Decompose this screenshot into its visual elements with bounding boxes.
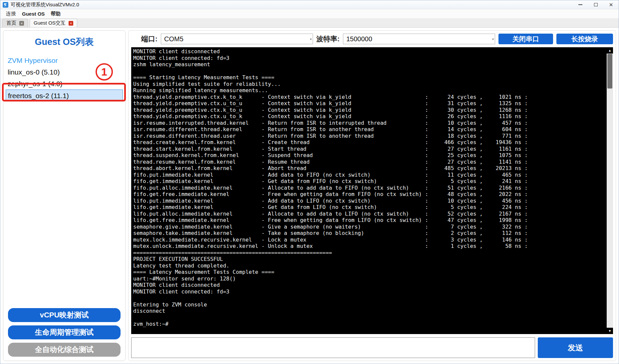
tab-close-icon[interactable]: × (19, 21, 24, 26)
terminal-line: semaphore.take.immediate.kernel- Take a … (133, 230, 607, 237)
menu-bar: 连接 Guest OS 帮助 (0, 9, 619, 18)
window-title: 可视化管理系统VisualZVMv2.0 (11, 2, 79, 8)
send-button[interactable]: 发送 (538, 337, 613, 358)
baud-select[interactable]: 1500000 ▾ (343, 34, 495, 44)
terminal-line: isr.resume.different.thread.kernel- Retu… (133, 126, 607, 133)
close-icon: × (609, 1, 613, 8)
terminal-line: mutex.unlock.immediate.recursive.kernel-… (133, 243, 607, 250)
terminal-scrollbar[interactable]: ▲ ▼ (607, 47, 613, 334)
annotation-number-circle: 1 (96, 63, 113, 81)
terminal-line: PROJECT EXECUTION SUCCESSFUL (133, 256, 607, 263)
terminal-line: thread.start.kernel.from.kernel- Start t… (133, 146, 607, 152)
terminal-line: Using simplified test suite for reliabil… (133, 81, 607, 88)
terminal-line: zvm_host:~# (133, 321, 607, 327)
terminal-line: semaphore.give.immediate.kernel- Give a … (133, 224, 607, 230)
terminal-line: thread.abort.kernel.from.kernel- Abort t… (133, 165, 607, 172)
sidebar-test-buttons: vCPU映射测试 生命周期管理测试 全自动化综合测试 (8, 305, 121, 357)
scroll-down-icon[interactable]: ▼ (607, 328, 613, 334)
terminal-line: Entering to ZVM console (133, 301, 607, 308)
terminal-line: fifo.get.immediate.kernel- Get data from… (133, 178, 607, 185)
terminal-line: fifo.put.immediate.kernel- Add data to F… (133, 172, 607, 178)
terminal-output[interactable]: MONITOR client disconnectedMONITOR clien… (131, 47, 607, 334)
menu-item-connect[interactable]: 连接 (3, 10, 19, 18)
terminal-line: MONITOR client connected: fd=3 (133, 288, 607, 295)
terminal-line (133, 314, 607, 321)
minimize-icon (578, 4, 582, 5)
terminal-line: mutex.lock.immediate.recursive.kernel- L… (133, 237, 607, 243)
terminal-line: lifo.get.free.immediate.kernel- Free whe… (133, 217, 607, 224)
terminal-line: lifo.put.alloc.immediate.kernel- Allocat… (133, 211, 607, 217)
terminal-line: isr.resume.interrupted.thread.kernel- Re… (133, 120, 607, 126)
terminal-line: thread.yield.preemptive.ctx.u_to_u- Cont… (133, 100, 607, 107)
tab-home[interactable]: 首页 × (2, 19, 28, 27)
baud-value: 1500000 (346, 35, 372, 43)
title-bar: 可视化管理系统VisualZVMv2.0 × (0, 0, 619, 9)
terminal-line: MONITOR client disconnected (133, 48, 607, 55)
terminal-line: lifo.get.immediate.kernel- Get data from… (133, 204, 607, 211)
terminal-line: uart:~#Monitor send error: 128() (133, 275, 607, 282)
terminal-line: thread.create.kernel.from.kernel- Create… (133, 139, 607, 146)
baud-label: 波特率: (316, 34, 340, 44)
close-button[interactable]: × (603, 0, 619, 9)
terminal-line: thread.suspend.kernel.from.kernel- Suspe… (133, 152, 607, 159)
minimize-button[interactable] (573, 0, 588, 9)
tab-guest-os-label: Guest OS交互 (34, 20, 66, 26)
terminal-line: Running simplified latency measurements.… (133, 87, 607, 94)
port-label: 端口: (141, 34, 157, 44)
long-press-flash-button[interactable]: 长按烧录 (556, 34, 613, 44)
chevron-down-icon: ▾ (310, 34, 312, 44)
menu-item-help[interactable]: 帮助 (48, 10, 64, 18)
port-value: COM5 (164, 35, 183, 43)
tab-bar: 首页 × Guest OS交互 × (0, 18, 619, 28)
app-window: 可视化管理系统VisualZVMv2.0 × 连接 Guest OS 帮助 首页… (0, 0, 619, 364)
terminal-line: fifo.put.alloc.immediate.kernel- Allocat… (133, 185, 607, 191)
serial-controls: 端口: COM5 ▾ 波特率: 1500000 ▾ 关闭串口 长按烧录 (131, 33, 613, 45)
full-auto-test-button[interactable]: 全自动化综合测试 (8, 343, 121, 357)
terminal-line (133, 68, 607, 75)
terminal-line: ==== Starting Latency Measurement Tests … (133, 74, 607, 81)
tab-home-label: 首页 (6, 20, 16, 26)
chevron-down-icon: ▾ (492, 34, 494, 44)
port-select[interactable]: COM5 ▾ (161, 34, 313, 44)
terminal-line: MONITOR client disconnected (133, 282, 607, 288)
maximize-button[interactable] (588, 0, 603, 9)
menu-item-guest-os[interactable]: Guest OS (19, 10, 48, 18)
terminal-line: thread.resume.kernel.from.kernel- Resume… (133, 159, 607, 165)
tab-close-icon[interactable]: × (69, 21, 73, 26)
serial-interaction-panel: 端口: COM5 ▾ 波特率: 1500000 ▾ 关闭串口 长按烧录 MONI… (128, 30, 616, 361)
os-item-freertos-os-2[interactable]: freertos_os-2 (11.1) (6, 90, 123, 101)
maximize-icon (594, 3, 598, 6)
terminal-line (133, 295, 607, 301)
terminal-line: thread.yield.preemptive.ctx.k_to_u- Cont… (133, 107, 607, 113)
command-send-row: 发送 (131, 337, 613, 358)
lifecycle-management-test-button[interactable]: 生命周期管理测试 (8, 325, 121, 339)
guest-os-list-title: Guest OS列表 (3, 36, 125, 48)
terminal-line: lifo.put.immediate.kernel- Add data to L… (133, 198, 607, 204)
app-icon (3, 2, 8, 8)
terminal-line: thread.yield.preemptive.ctx.u_to_k- Cont… (133, 113, 607, 120)
window-controls: × (573, 0, 619, 9)
close-serial-port-button[interactable]: 关闭串口 (498, 34, 553, 44)
terminal-line: isr.resume.different.thread.user- Return… (133, 133, 607, 139)
tab-guest-os-interaction[interactable]: Guest OS交互 × (30, 19, 77, 27)
terminal-line: MONITOR client connected: fd=3 (133, 55, 607, 62)
command-input[interactable] (131, 337, 535, 358)
terminal-line: ========================================… (133, 250, 607, 256)
annotation-number: 1 (101, 66, 107, 78)
scrollbar-thumb[interactable] (607, 54, 612, 89)
terminal-line: zshm latency_measurement (133, 61, 607, 68)
content-area: Guest OS列表 ZVM Hypervisor linux_os-0 (5.… (0, 28, 619, 364)
terminal-area: MONITOR client disconnectedMONITOR clien… (131, 47, 613, 334)
terminal-line: disconnect (133, 308, 607, 314)
terminal-line: fifo.get.free.immediate.kernel- Free whe… (133, 191, 607, 198)
terminal-line: thread.yield.preemptive.ctx.k_to_k- Cont… (133, 94, 607, 100)
vcpu-mapping-test-button[interactable]: vCPU映射测试 (8, 308, 121, 322)
terminal-line: ==== Latency Measurement Tests Complete … (133, 269, 607, 275)
scroll-up-icon[interactable]: ▲ (607, 47, 613, 54)
guest-os-panel: Guest OS列表 ZVM Hypervisor linux_os-0 (5.… (3, 30, 126, 361)
scrollbar-track[interactable] (607, 54, 613, 328)
terminal-line: Latency test thread completed. (133, 263, 607, 269)
